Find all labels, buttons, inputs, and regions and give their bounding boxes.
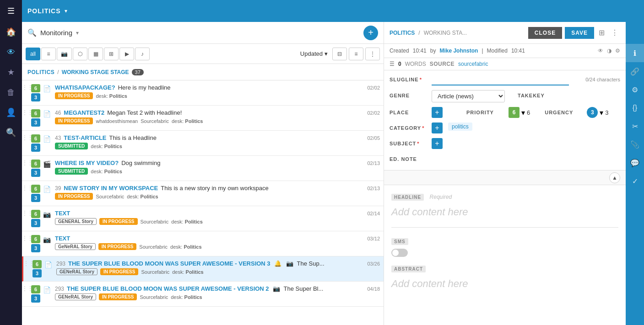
grid-icon[interactable]: ⊞ [597, 27, 606, 39]
slugline-label: SLUGLINE* [390, 74, 426, 82]
status-badge: IN PROGRESS [98, 243, 136, 250]
save-button[interactable]: SAVE [565, 27, 594, 39]
filter-text-button[interactable]: ≡ [41, 48, 56, 60]
story-desk: desk: Politics [96, 93, 127, 99]
story-desk: desk: Politics [91, 144, 122, 149]
nav-user-icon[interactable]: 👤 [0, 102, 22, 123]
list-item[interactable]: ⋮⋮ 6 3 🎬 WHERE IS MY VIDEO? Dog swimming… [22, 156, 384, 181]
abstract-section: ABSTRACT Add content here [391, 264, 618, 293]
comment-sidebar-icon[interactable]: 💬 [626, 154, 644, 172]
created-time: 10:41 [413, 48, 427, 54]
add-subject-button[interactable]: + [432, 138, 443, 149]
urgency-dropdown[interactable]: ▾ [600, 108, 603, 117]
monitoring-dropdown-arrow[interactable]: ▾ [76, 30, 79, 36]
filter-package-button[interactable]: ⊞ [104, 48, 119, 60]
story-headline: The Super Bl... [284, 285, 324, 292]
filter-video-button[interactable]: ▶ [119, 48, 134, 60]
slugline-chars: 0/24 characters [574, 74, 620, 82]
contrast-icon[interactable]: ◑ [607, 48, 612, 54]
ednote-row: ED. NOTE [390, 154, 620, 162]
headline-placeholder[interactable]: Add content here [391, 202, 618, 222]
genre-select[interactable]: Article (news) [432, 90, 505, 102]
slugline-input[interactable] [432, 74, 569, 85]
nav-trash-icon[interactable]: 🗑 [0, 82, 22, 102]
camera-icon: 📷 [61, 51, 68, 57]
settings-sidebar-icon[interactable]: ⚙ [626, 80, 644, 99]
list-item[interactable]: ⋮⋮ 6 3 📄 293 THE SUPER BLUE BLOOD MOON W… [22, 256, 384, 282]
abstract-label: ABSTRACT [391, 266, 426, 272]
list-view-button[interactable]: ≡ [349, 48, 363, 60]
list-item[interactable]: ⋮⋮ 6 3 📄 293 THE SUPER BLUE BLOOD MOON W… [22, 282, 384, 307]
place-label: PLACE [390, 107, 426, 115]
priority-badge: 6 [32, 260, 42, 268]
rp-words-row: ☰ 0 WORDS SOURCE sourcefabric [384, 58, 626, 70]
list-item[interactable]: ⋮⋮ 6 3 📷 text GeNeRAL Story IN PROGRESS [22, 231, 384, 256]
breadcrumb-parent[interactable]: POLITICS [27, 69, 54, 75]
collapse-button[interactable]: ▲ [609, 172, 620, 183]
add-category-button[interactable]: + [432, 123, 443, 133]
list-item[interactable]: ⋮⋮ 6 3 📄 39 NEW STORY IN MY WORKSPACE Th… [22, 181, 384, 206]
section-title: POLITICS [27, 7, 61, 15]
story-badges: 6 3 [31, 109, 40, 127]
list-item[interactable]: ⋮⋮ 6 3 📄 WHATISAPACKAGE? Here is my head… [22, 80, 384, 106]
drag-handle: ⋮⋮ [25, 260, 32, 266]
list-item[interactable]: ⋮⋮ 6 3 📄 43 TEST-ARTICLE This is a Headl… [22, 131, 384, 156]
story-type-icon: 📄 [43, 134, 52, 143]
info-sidebar-icon[interactable]: ℹ [626, 44, 644, 62]
filter-all-button[interactable]: all [26, 48, 40, 60]
story-date: 02/05 [367, 134, 380, 141]
list-item[interactable]: ⋮⋮ 6 3 📷 text GENERAL Story IN PROGRESS [22, 206, 384, 231]
breadcrumb-count: 37 [132, 69, 144, 75]
story-slug: TEST-ARTICLE [64, 134, 106, 141]
more-options-button[interactable]: ⋮ [365, 48, 380, 60]
check-sidebar-icon[interactable]: ✓ [626, 172, 644, 190]
nav-star-icon[interactable]: ★ [0, 62, 22, 82]
story-date: 04/18 [367, 285, 380, 292]
priority-badge: 6 [31, 109, 40, 117]
breadcrumb-separator: / [57, 69, 59, 75]
link-sidebar-icon[interactable]: 🔗 [626, 62, 644, 80]
section-dropdown-arrow[interactable]: ▾ [65, 8, 67, 14]
group-button[interactable]: ⊟ [332, 48, 347, 60]
nav-home-icon[interactable]: 🏠 [0, 22, 22, 42]
right-panel: POLITICS / WORKING STA... CLOSE SAVE ⊞ ⋮… [384, 22, 626, 325]
video-icon: ▶ [125, 51, 129, 57]
scissors-sidebar-icon[interactable]: ✂ [626, 117, 644, 135]
add-place-button[interactable]: + [432, 107, 443, 118]
filter-photo-button[interactable]: 📷 [57, 48, 72, 60]
filter-audio-button[interactable]: ♪ [135, 48, 150, 60]
story-badges: 6 3 [31, 134, 40, 152]
nav-eye-icon[interactable]: 👁 [0, 42, 22, 62]
story-source: Sourcefabric [139, 244, 168, 250]
story-source: Sourcefabric [96, 194, 124, 199]
far-right-sidebar: ℹ 🔗 ⚙ {} ✂ 📎 💬 ✓ [626, 22, 644, 325]
preview-icon[interactable]: 👁 [598, 48, 603, 54]
priority-dropdown[interactable]: ▾ [521, 108, 525, 117]
more-options-icon[interactable]: ⋮ [609, 27, 620, 39]
genre-label: GENRE [390, 90, 426, 98]
story-desk: desk: Politics [171, 219, 202, 224]
settings-icon[interactable]: ⚙ [615, 48, 620, 54]
urgency-display: 3 [605, 109, 608, 116]
urgency-badge: 3 [31, 93, 40, 101]
abstract-placeholder[interactable]: Add content here [391, 274, 618, 293]
attachment-sidebar-icon[interactable]: 📎 [626, 135, 644, 154]
nav-search-icon[interactable]: 🔍 [0, 123, 22, 143]
sort-updated-button[interactable]: Updated ▾ [298, 50, 330, 57]
list-item[interactable]: ⋮⋮ 6 3 📄 46 MEGANTEST2 Megan Test 2 with… [22, 106, 384, 131]
sms-toggle[interactable] [391, 249, 408, 257]
close-button[interactable]: CLOSE [528, 27, 562, 39]
search-icon[interactable]: 🔍 [27, 28, 37, 37]
filter-graphic-button[interactable]: ⬡ [73, 48, 87, 60]
code-sidebar-icon[interactable]: {} [626, 99, 644, 117]
hamburger-menu[interactable]: ☰ [0, 0, 22, 22]
by-label: by [430, 48, 436, 54]
modified-time: 10:41 [511, 48, 525, 54]
photo-icon: 📷 [273, 285, 280, 292]
priority-badge: 6 [31, 134, 40, 143]
filter-composite-button[interactable]: ▦ [88, 48, 103, 60]
drag-handle: ⋮⋮ [24, 235, 31, 241]
status-badge: IN PROGRESS [55, 117, 93, 124]
add-button[interactable]: + [363, 26, 378, 40]
story-type-icon: 📄 [43, 185, 52, 193]
